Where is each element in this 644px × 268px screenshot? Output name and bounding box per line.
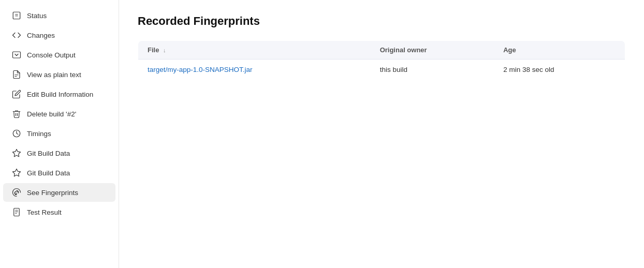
fingerprints-table: File ↓ Original owner Age target/my-app-… (138, 40, 625, 80)
original-owner-cell: this build (371, 59, 494, 80)
git-icon (11, 148, 22, 158)
delete-icon (11, 109, 22, 119)
file-link[interactable]: target/my-app-1.0-SNAPSHOT.jar (148, 66, 253, 73)
fingerprint-icon (11, 187, 22, 198)
sidebar-item-label: Console Output (27, 51, 76, 59)
status-icon (11, 10, 22, 21)
sidebar-item-changes[interactable]: Changes (3, 26, 115, 44)
sidebar: Status Changes Console Output View as pl… (0, 0, 119, 268)
edit-icon (11, 89, 22, 99)
age-cell: 2 min 38 sec old (494, 59, 625, 80)
sidebar-item-see-fingerprints[interactable]: See Fingerprints (3, 183, 115, 202)
sidebar-item-edit-build-info[interactable]: Edit Build Information (3, 85, 115, 103)
column-header-original-owner: Original owner (371, 41, 494, 59)
sidebar-item-test-result[interactable]: Test Result (3, 203, 115, 221)
svg-marker-7 (13, 150, 21, 157)
sidebar-item-label: Timings (27, 130, 51, 138)
sidebar-item-console-output[interactable]: Console Output (3, 46, 115, 64)
test-icon (11, 207, 22, 217)
sidebar-item-delete-build[interactable]: Delete build '#2' (3, 105, 115, 123)
sidebar-item-label: Status (27, 12, 47, 20)
sidebar-item-status[interactable]: Status (3, 6, 115, 25)
table-header: File ↓ Original owner Age (138, 41, 625, 59)
table-row: target/my-app-1.0-SNAPSHOT.jar this buil… (138, 59, 625, 80)
sidebar-item-label: See Fingerprints (27, 189, 78, 197)
page-title: Recorded Fingerprints (138, 14, 625, 28)
file-cell: target/my-app-1.0-SNAPSHOT.jar (138, 59, 371, 80)
sidebar-item-timings[interactable]: Timings (3, 124, 115, 143)
svg-rect-0 (13, 12, 20, 19)
sort-icon: ↓ (163, 47, 166, 53)
main-content: Recorded Fingerprints File ↓ Original ow… (119, 0, 644, 268)
svg-marker-8 (13, 169, 21, 176)
sidebar-item-view-plain-text[interactable]: View as plain text (3, 65, 115, 84)
sidebar-item-label: Test Result (27, 209, 62, 216)
sidebar-item-git-build-data-1[interactable]: Git Build Data (3, 144, 115, 162)
git-icon2 (11, 168, 22, 178)
column-header-age: Age (494, 41, 625, 59)
changes-icon (11, 30, 22, 40)
table-body: target/my-app-1.0-SNAPSHOT.jar this buil… (138, 59, 625, 80)
sidebar-item-label: Git Build Data (27, 169, 70, 177)
column-header-file[interactable]: File ↓ (138, 41, 371, 59)
sidebar-item-label: Changes (27, 32, 55, 39)
sidebar-item-label: View as plain text (27, 71, 81, 79)
timings-icon (11, 128, 22, 139)
svg-rect-3 (13, 52, 21, 58)
sidebar-item-git-build-data-2[interactable]: Git Build Data (3, 163, 115, 182)
console-icon (11, 50, 22, 60)
sidebar-item-label: Delete build '#2' (27, 110, 76, 118)
svg-rect-9 (14, 209, 20, 216)
sidebar-item-label: Edit Build Information (27, 91, 93, 98)
sidebar-item-label: Git Build Data (27, 150, 70, 157)
plain-text-icon (11, 69, 22, 80)
